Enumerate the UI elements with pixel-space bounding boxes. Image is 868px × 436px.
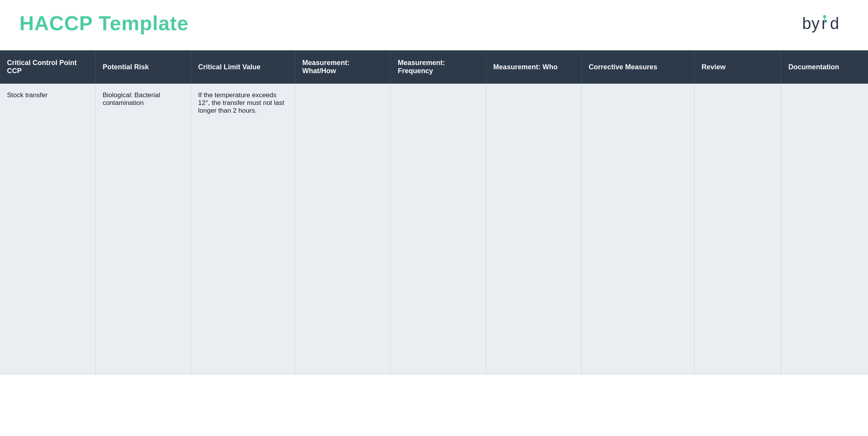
page-title: HACCP Template bbox=[19, 12, 189, 35]
col-header-risk: Potential Risk bbox=[95, 50, 191, 84]
haccp-table: Critical Control Point CCP Potential Ris… bbox=[0, 50, 868, 374]
col-header-ccp: Critical Control Point CCP bbox=[0, 50, 95, 84]
svg-point-4 bbox=[823, 15, 826, 18]
cell-documentation[interactable] bbox=[781, 84, 868, 374]
cell-who[interactable] bbox=[486, 84, 581, 374]
col-header-corrective: Corrective Measures bbox=[582, 50, 694, 84]
logo: b y r d bbox=[802, 14, 849, 33]
cell-whathow[interactable] bbox=[295, 84, 391, 374]
cell-ccp[interactable]: Stock transfer bbox=[0, 84, 95, 374]
col-header-frequency: Measurement: Frequency bbox=[391, 50, 486, 84]
table-header-row: Critical Control Point CCP Potential Ris… bbox=[0, 50, 868, 84]
table-row: Stock transfer Biological: Bacterial con… bbox=[0, 84, 868, 374]
haccp-table-container: Critical Control Point CCP Potential Ris… bbox=[0, 50, 868, 374]
page: HACCP Template b y r d bbox=[0, 0, 868, 436]
svg-text:d: d bbox=[830, 14, 839, 33]
cell-limit[interactable]: If the temperature exceeds 12°, the tran… bbox=[191, 84, 295, 374]
col-header-review: Review bbox=[694, 50, 781, 84]
logo-icon: b y r d bbox=[802, 14, 849, 33]
cell-review[interactable] bbox=[694, 84, 781, 374]
col-header-who: Measurement: Who bbox=[486, 50, 581, 84]
svg-text:y: y bbox=[811, 14, 820, 33]
cell-risk[interactable]: Biological: Bacterial contamination bbox=[95, 84, 191, 374]
svg-text:b: b bbox=[802, 14, 811, 33]
col-header-limit: Critical Limit Value bbox=[191, 50, 295, 84]
cell-frequency[interactable] bbox=[391, 84, 486, 374]
col-header-whathow: Measurement: What/How bbox=[295, 50, 391, 84]
col-header-documentation: Documentation bbox=[781, 50, 868, 84]
cell-corrective[interactable] bbox=[582, 84, 694, 374]
page-header: HACCP Template b y r d bbox=[0, 0, 868, 43]
